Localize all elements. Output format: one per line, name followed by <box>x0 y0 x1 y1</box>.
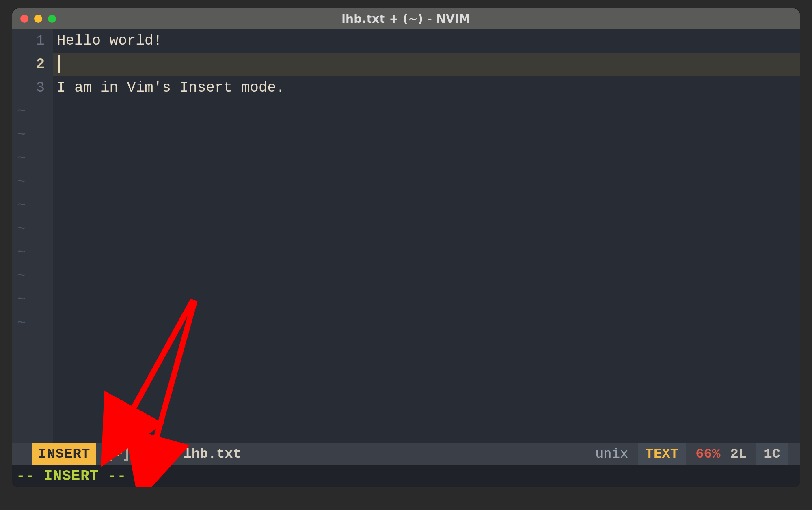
tilde-marker: ~ <box>12 312 53 335</box>
line-position: 2L <box>730 446 747 462</box>
terminal-window: lhb.txt + (~) - NVIM 1Hello world!23I am… <box>12 8 800 487</box>
filetype-badge: TEXT <box>638 443 686 465</box>
tilde-marker: ~ <box>12 217 53 241</box>
maximize-button[interactable] <box>48 15 56 23</box>
line-number: 1 <box>12 29 53 53</box>
traffic-lights <box>20 15 56 23</box>
titlebar: lhb.txt + (~) - NVIM <box>12 8 800 29</box>
tilde-marker: ~ <box>12 147 53 170</box>
modified-flag: [+] <box>106 446 130 462</box>
editor-line[interactable]: 3I am in Vim's Insert mode. <box>12 76 800 100</box>
column-position: 1C <box>756 443 788 465</box>
line-number: 3 <box>12 76 53 100</box>
tilde-marker: ~ <box>12 123 53 147</box>
command-line[interactable]: -- INSERT -- <box>12 465 800 487</box>
close-button[interactable] <box>20 15 28 23</box>
fileformat-label: unix <box>595 446 628 462</box>
line-text[interactable] <box>53 53 60 76</box>
editor-line[interactable]: 1Hello world! <box>12 29 800 53</box>
editor-area[interactable]: 1Hello world!23I am in Vim's Insert mode… <box>12 29 800 443</box>
line-number: 2 <box>12 53 53 76</box>
tilde-marker: ~ <box>12 100 53 123</box>
editor-line[interactable]: 2 <box>12 53 800 76</box>
line-text[interactable]: I am in Vim's Insert mode. <box>53 76 285 100</box>
scroll-percent: 66% <box>695 446 720 462</box>
tilde-marker: ~ <box>12 194 53 217</box>
readwrite-flag: [RW] <box>140 446 174 462</box>
empty-lines-tildes: ~~~~~~~~~~ <box>12 100 53 335</box>
mode-message: -- INSERT -- <box>16 468 126 484</box>
tilde-marker: ~ <box>12 265 53 288</box>
minimize-button[interactable] <box>34 15 42 23</box>
statusline: INSERT [+] [RW] lhb.txt unix TEXT 66% 2L… <box>12 443 800 465</box>
filename-label: lhb.txt <box>183 446 241 462</box>
tilde-marker: ~ <box>12 288 53 312</box>
window-title: lhb.txt + (~) - NVIM <box>12 12 800 26</box>
tilde-marker: ~ <box>12 170 53 194</box>
tilde-marker: ~ <box>12 241 53 265</box>
line-text[interactable]: Hello world! <box>53 29 162 53</box>
cursor <box>58 55 60 73</box>
mode-indicator: INSERT <box>32 443 96 465</box>
